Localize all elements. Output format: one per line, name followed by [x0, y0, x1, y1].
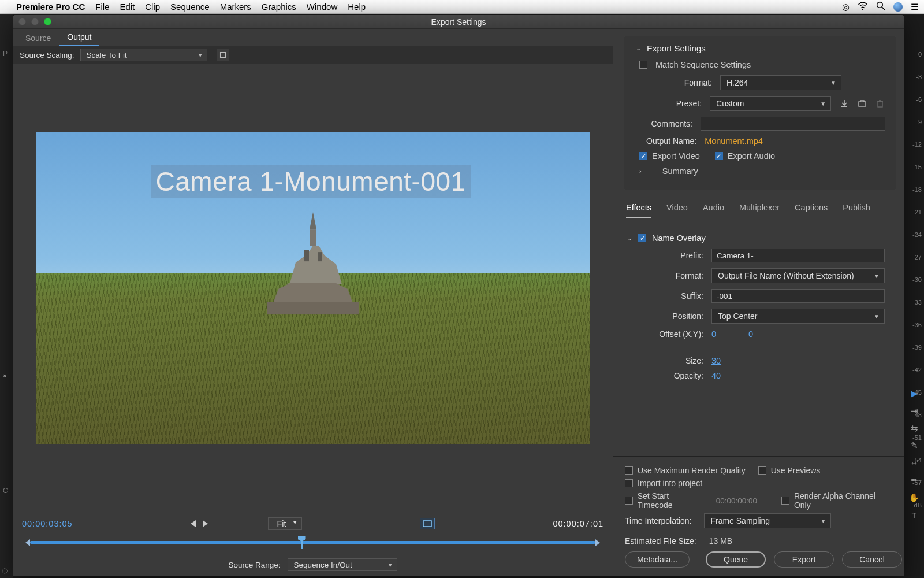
- export-audio-checkbox[interactable]: ✓: [715, 152, 723, 160]
- metadata-button[interactable]: Metadata...: [625, 551, 690, 568]
- tab-multiplexer[interactable]: Multiplexer: [739, 203, 780, 218]
- name-overlay-checkbox[interactable]: ✓: [638, 234, 646, 242]
- tab-output[interactable]: Output: [59, 29, 99, 46]
- window-controls[interactable]: [18, 18, 51, 25]
- video-preview: Camera 1-Monument-001: [13, 64, 613, 513]
- zoom-fit-select[interactable]: Fit▼: [268, 517, 301, 530]
- svg-rect-14: [878, 102, 882, 107]
- source-range-label: Source Range:: [228, 561, 280, 569]
- menu-graphics[interactable]: Graphics: [262, 2, 296, 12]
- start-timecode-label: Set Start Timecode: [638, 491, 705, 510]
- export-bottom-panel: Use Maximum Render Quality Use Previews …: [613, 456, 904, 576]
- offset-x-value[interactable]: 0: [711, 329, 740, 339]
- overlay-format-label: Format:: [627, 271, 703, 280]
- position-label: Position:: [627, 312, 703, 321]
- import-project-checkbox[interactable]: [625, 479, 633, 487]
- offset-y-value[interactable]: 0: [748, 329, 753, 339]
- tab-video[interactable]: Video: [666, 203, 688, 218]
- opacity-label: Opacity:: [627, 371, 703, 380]
- slip-tool-icon[interactable]: ↔: [910, 458, 919, 468]
- notification-center-icon[interactable]: ☰: [911, 2, 918, 12]
- playhead-icon[interactable]: [298, 536, 306, 547]
- disclosure-down-icon[interactable]: ⌄: [627, 235, 632, 242]
- menu-edit[interactable]: Edit: [120, 2, 135, 12]
- tool-palette: ▶ ⇥ ⇆ ✎ ↔ ✒ ✋ T: [908, 389, 921, 520]
- svg-point-0: [862, 9, 863, 10]
- cancel-button[interactable]: Cancel: [842, 551, 902, 568]
- comments-input[interactable]: [701, 117, 885, 131]
- app-name[interactable]: Premiere Pro CC: [16, 2, 85, 12]
- hand-tool-icon[interactable]: ✋: [909, 493, 919, 503]
- wifi-icon[interactable]: [858, 2, 868, 12]
- minimize-window-icon[interactable]: [31, 18, 39, 25]
- close-window-icon[interactable]: [18, 18, 26, 25]
- creative-cloud-icon[interactable]: ◎: [842, 2, 850, 12]
- prefix-input[interactable]: [711, 249, 885, 262]
- est-size-value: 13 MB: [709, 536, 732, 546]
- export-button[interactable]: Export: [774, 551, 834, 568]
- svg-rect-12: [841, 106, 847, 107]
- suffix-input[interactable]: [711, 289, 885, 303]
- aspect-ratio-button[interactable]: [420, 518, 435, 529]
- pen-tool-icon[interactable]: ✒: [911, 476, 918, 485]
- source-scaling-select[interactable]: Scale To Fit▼: [80, 49, 207, 61]
- crop-toggle-icon[interactable]: [217, 49, 229, 61]
- output-name-link[interactable]: Monument.mp4: [705, 136, 763, 146]
- use-previews-label: Use Previews: [771, 466, 821, 475]
- max-render-checkbox[interactable]: [625, 466, 633, 475]
- import-preset-icon[interactable]: [857, 98, 867, 109]
- menu-clip[interactable]: Clip: [145, 2, 160, 12]
- position-select[interactable]: Top Center▼: [711, 309, 885, 324]
- window-title-bar: Export Settings: [13, 15, 904, 29]
- svg-point-1: [877, 2, 883, 8]
- start-timecode-checkbox[interactable]: [625, 497, 633, 505]
- tab-publish[interactable]: Publish: [843, 203, 870, 218]
- type-tool-icon[interactable]: T: [912, 511, 917, 520]
- menu-sequence[interactable]: Sequence: [170, 2, 210, 12]
- size-value[interactable]: 30: [711, 356, 721, 365]
- svg-marker-7: [273, 283, 353, 305]
- disclosure-down-icon[interactable]: ⌄: [636, 45, 641, 52]
- tab-effects[interactable]: Effects: [626, 203, 651, 218]
- format-select[interactable]: H.264▼: [720, 75, 841, 90]
- play-icon[interactable]: [203, 520, 208, 527]
- queue-button[interactable]: Queue: [706, 551, 766, 568]
- start-timecode-value: 00:00:00:00: [716, 497, 757, 505]
- max-render-label: Use Maximum Render Quality: [638, 466, 746, 475]
- summary-header[interactable]: Summary: [662, 166, 698, 176]
- tab-source[interactable]: Source: [17, 30, 59, 46]
- zoom-window-icon[interactable]: [44, 18, 51, 25]
- timecode-current[interactable]: 00:00:03:05: [22, 519, 73, 528]
- use-previews-checkbox[interactable]: [758, 466, 766, 475]
- svg-rect-5: [310, 229, 316, 246]
- playback-controls: 00:00:03:05 Fit▼ 00:00:07:01: [13, 513, 613, 534]
- menu-markers[interactable]: Markers: [220, 2, 251, 12]
- time-interp-select[interactable]: Frame Sampling▼: [704, 513, 831, 528]
- opacity-value[interactable]: 40: [711, 371, 721, 380]
- menu-window[interactable]: Window: [307, 2, 337, 12]
- delete-preset-icon[interactable]: [875, 98, 885, 109]
- overlay-format-select[interactable]: Output File Name (Without Extension)▼: [711, 268, 885, 283]
- preset-select[interactable]: Custom▼: [710, 96, 831, 111]
- tab-audio[interactable]: Audio: [703, 203, 724, 218]
- match-sequence-checkbox[interactable]: [639, 61, 647, 69]
- est-size-label: Estimated File Size:: [625, 536, 696, 546]
- disclosure-right-icon[interactable]: ›: [639, 168, 642, 175]
- save-preset-icon[interactable]: [839, 98, 849, 109]
- range-slider[interactable]: [13, 534, 613, 554]
- source-range-select[interactable]: Sequence In/Out▼: [288, 558, 397, 571]
- settings-pane: ⌄Export Settings Match Sequence Settings…: [613, 29, 904, 576]
- render-alpha-checkbox[interactable]: [781, 497, 789, 505]
- razor-tool-icon[interactable]: ✎: [911, 441, 918, 450]
- status-dot-icon[interactable]: [893, 2, 903, 12]
- spotlight-icon[interactable]: [876, 1, 885, 12]
- export-video-checkbox[interactable]: ✓: [639, 152, 647, 160]
- menu-file[interactable]: File: [95, 2, 109, 12]
- menu-help[interactable]: Help: [348, 2, 366, 12]
- selection-tool-icon[interactable]: ▶: [911, 389, 918, 398]
- step-back-icon[interactable]: [191, 520, 196, 527]
- tab-captions[interactable]: Captions: [795, 203, 828, 218]
- source-scaling-label: Source Scaling:: [20, 51, 74, 60]
- track-select-tool-icon[interactable]: ⇥: [911, 406, 918, 416]
- ripple-tool-icon[interactable]: ⇆: [911, 424, 918, 433]
